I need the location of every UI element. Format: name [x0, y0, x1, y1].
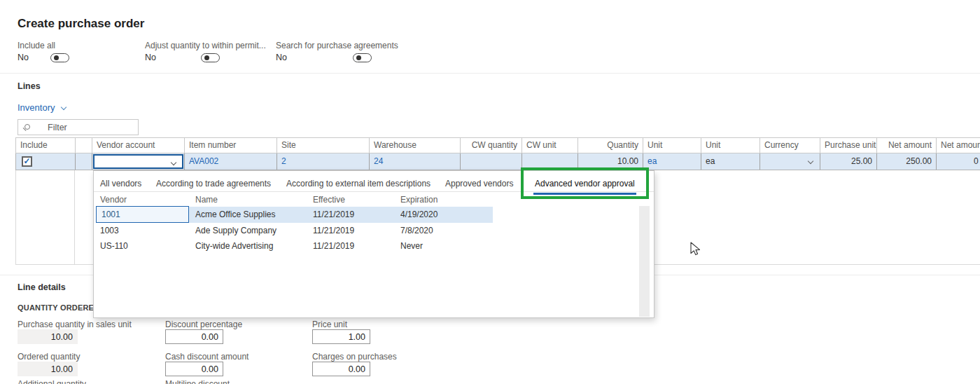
warehouse-link[interactable]: 24 [374, 156, 383, 166]
include-all-value: No [18, 53, 29, 62]
col-header-item-number[interactable]: Item number [185, 138, 277, 153]
page-title: Create purchase order [18, 17, 144, 31]
discount-percentage-label: Discount percentage [165, 320, 242, 329]
popup-scrollbar[interactable] [639, 206, 650, 317]
popup-col-effective: Effective [313, 195, 345, 205]
vendor-row-1003[interactable]: 1003 Ade Supply Company 11/21/2019 7/8/2… [97, 223, 493, 239]
vendor-effective: 11/21/2019 [313, 241, 354, 251]
col-header-net-amount-2[interactable]: Net amount [937, 138, 980, 153]
col-header-unit-2[interactable]: Unit [701, 138, 760, 153]
col-header-currency[interactable]: Currency [760, 138, 820, 153]
vendor-id: 1001 [102, 210, 120, 219]
tab-all-vendors[interactable]: All vendors [100, 179, 141, 188]
section-divider [0, 73, 980, 74]
grid-filter[interactable] [18, 119, 139, 135]
purchase-unit-price-cell[interactable]: 25.00 [820, 153, 877, 170]
vendor-row-1001[interactable]: 1001 Acme Office Supplies 11/21/2019 4/1… [97, 207, 493, 223]
charges-on-purchases-label: Charges on purchases [312, 352, 397, 362]
vendor-name: Ade Supply Company [195, 226, 276, 235]
adjust-quantity-toggle[interactable] [201, 53, 220, 62]
search-agreements-label: Search for purchase agreements [276, 41, 398, 50]
col-header-cw-unit[interactable]: CW unit [522, 138, 578, 153]
grid-column-separator [74, 170, 75, 264]
cw-quantity-cell[interactable] [461, 153, 522, 170]
net-amount-cell-1[interactable]: 250.00 [877, 153, 937, 170]
annotation-highlight-box [521, 167, 649, 199]
vendor-id: US-110 [100, 241, 128, 251]
site-link[interactable]: 2 [281, 156, 286, 166]
filter-input[interactable] [48, 120, 135, 135]
clipped-label-1: Additional quantity [18, 379, 86, 384]
vendor-id: 1003 [100, 226, 119, 235]
currency-cell[interactable] [760, 153, 820, 170]
tab-approved-vendors[interactable]: Approved vendors [445, 179, 513, 188]
adjust-quantity-value: No [145, 53, 156, 62]
price-unit-label: Price unit [312, 320, 347, 329]
inventory-view-selector[interactable]: Inventory [18, 102, 66, 113]
line-details-heading: Line details [18, 282, 66, 292]
unit-cell-2[interactable]: ea [701, 153, 760, 170]
search-agreements-toggle[interactable] [353, 53, 372, 62]
mouse-cursor-icon [690, 242, 701, 256]
ordered-quantity-label: Ordered quantity [18, 352, 80, 362]
tab-external-item-descriptions[interactable]: According to external item descriptions [286, 179, 430, 188]
clipped-label-2: Multiline discount [165, 379, 230, 384]
toggle-knob-icon [204, 55, 209, 60]
include-checkbox[interactable]: ✓ [22, 156, 32, 167]
col-header-purchase-unit-price[interactable]: Purchase unit... [820, 138, 877, 153]
purchase-qty-sales-unit-label: Purchase quantity in sales unit [18, 320, 132, 329]
unit-link[interactable]: ea [648, 156, 657, 166]
vendor-effective: 11/21/2019 [313, 210, 354, 219]
col-header-quantity[interactable]: Quantity [578, 138, 643, 153]
col-header-net-amount-1[interactable]: Net amount [877, 138, 937, 153]
col-header-cw-quantity[interactable]: CW quantity [461, 138, 522, 153]
vendor-expiration: 7/8/2020 [400, 226, 433, 235]
col-header-site[interactable]: Site [277, 138, 370, 153]
chevron-down-icon[interactable] [171, 160, 176, 165]
search-agreements-value: No [276, 53, 287, 62]
check-icon: ✓ [23, 156, 30, 166]
col-header-vendor-account[interactable]: Vendor account [92, 138, 185, 153]
adjust-quantity-label: Adjust quantity to within permit... [145, 41, 266, 50]
col-header-warehouse[interactable]: Warehouse [370, 138, 461, 153]
vendor-name: City-wide Advertising [195, 241, 273, 251]
cash-discount-amount-label: Cash discount amount [165, 352, 248, 362]
price-unit-input[interactable] [312, 329, 370, 344]
popup-col-expiration: Expiration [400, 195, 438, 205]
col-header-blank[interactable] [76, 138, 92, 153]
vendor-effective: 11/21/2019 [313, 226, 354, 235]
toggle-knob-icon [54, 55, 59, 60]
popup-col-name: Name [195, 195, 218, 205]
item-number-link[interactable]: AVA002 [189, 156, 218, 166]
chevron-down-icon[interactable] [808, 158, 813, 164]
lines-heading: Lines [18, 81, 41, 91]
vendor-account-cell [92, 153, 185, 170]
grid-border-left [15, 170, 16, 264]
col-header-unit-1[interactable]: Unit [643, 138, 701, 153]
vendor-expiration: 4/19/2020 [400, 210, 438, 219]
vendor-account-combobox[interactable] [93, 154, 183, 169]
tab-trade-agreements[interactable]: According to trade agreements [156, 179, 271, 188]
chevron-down-icon [61, 104, 66, 110]
col-header-include[interactable]: Include [16, 138, 76, 153]
charges-on-purchases-input[interactable] [312, 362, 370, 376]
include-all-toggle[interactable] [50, 53, 69, 62]
vendor-expiration: Never [400, 241, 423, 251]
ordered-quantity-input [18, 362, 78, 376]
grid-header-row: Include Vendor account Item number Site … [15, 137, 980, 153]
create-purchase-order-dialog: Create purchase order Include all No Adj… [0, 0, 980, 384]
purchase-qty-sales-unit-input [18, 329, 78, 344]
net-amount-cell-2[interactable]: 0 [937, 153, 980, 170]
discount-percentage-input[interactable] [165, 329, 223, 344]
site-cell: 2 [277, 153, 370, 170]
table-row: ✓ AVA002 2 24 10.00 ea ea 25.00 250.00 0 [15, 153, 980, 170]
unit-cell-1: ea [643, 153, 701, 170]
popup-col-vendor: Vendor [100, 195, 127, 205]
warehouse-cell: 24 [370, 153, 461, 170]
blank-cell [76, 153, 92, 170]
cash-discount-amount-input[interactable] [165, 362, 223, 376]
vendor-name: Acme Office Supplies [195, 210, 276, 219]
inventory-link-label[interactable]: Inventory [18, 102, 55, 113]
include-all-label: Include all [18, 41, 55, 50]
vendor-row-us-110[interactable]: US-110 City-wide Advertising 11/21/2019 … [97, 238, 493, 254]
